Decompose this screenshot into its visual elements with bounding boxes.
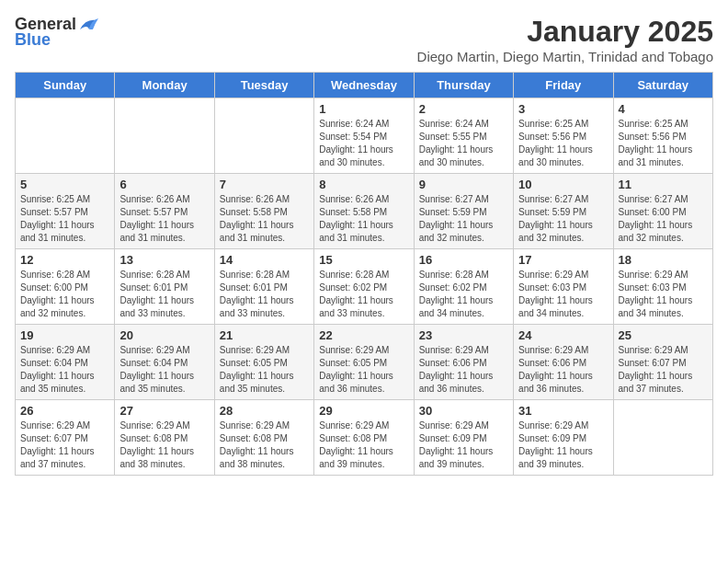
day-info: Sunrise: 6:29 AM Sunset: 6:08 PM Dayligh… [119, 419, 209, 471]
logo: General Blue [15, 15, 98, 50]
day-info: Sunrise: 6:29 AM Sunset: 6:03 PM Dayligh… [518, 269, 608, 320]
day-info: Sunrise: 6:24 AM Sunset: 5:54 PM Dayligh… [319, 118, 408, 169]
day-number: 26 [20, 404, 109, 418]
day-info: Sunrise: 6:28 AM Sunset: 6:01 PM Dayligh… [220, 269, 309, 320]
day-number: 24 [518, 328, 608, 342]
day-info: Sunrise: 6:26 AM Sunset: 5:57 PM Dayligh… [119, 193, 209, 245]
day-info: Sunrise: 6:29 AM Sunset: 6:05 PM Dayligh… [220, 344, 309, 396]
day-info: Sunrise: 6:29 AM Sunset: 6:05 PM Dayligh… [319, 344, 408, 396]
calendar-cell: 29Sunrise: 6:29 AM Sunset: 6:08 PM Dayli… [314, 400, 414, 476]
header-row: SundayMondayTuesdayWednesdayThursdayFrid… [16, 73, 713, 98]
day-header-saturday: Saturday [613, 73, 712, 98]
day-info: Sunrise: 6:25 AM Sunset: 5:56 PM Dayligh… [619, 118, 708, 169]
day-header-friday: Friday [514, 73, 613, 98]
calendar-cell: 2Sunrise: 6:24 AM Sunset: 5:55 PM Daylig… [414, 98, 513, 174]
day-number: 15 [319, 253, 408, 267]
week-row-5: 26Sunrise: 6:29 AM Sunset: 6:07 PM Dayli… [16, 400, 713, 476]
day-number: 6 [119, 178, 209, 191]
day-number: 10 [518, 178, 608, 191]
day-number: 16 [419, 253, 508, 267]
day-info: Sunrise: 6:29 AM Sunset: 6:04 PM Dayligh… [119, 344, 209, 396]
day-header-thursday: Thursday [414, 73, 513, 98]
calendar-cell [613, 400, 712, 476]
calendar-cell [16, 98, 115, 174]
day-header-sunday: Sunday [16, 73, 115, 98]
day-info: Sunrise: 6:26 AM Sunset: 5:58 PM Dayligh… [220, 193, 309, 245]
day-info: Sunrise: 6:29 AM Sunset: 6:07 PM Dayligh… [20, 419, 109, 471]
calendar-cell: 18Sunrise: 6:29 AM Sunset: 6:03 PM Dayli… [613, 249, 712, 325]
calendar-cell: 16Sunrise: 6:28 AM Sunset: 6:02 PM Dayli… [414, 249, 513, 325]
month-title: January 2025 [417, 15, 713, 49]
calendar-cell: 21Sunrise: 6:29 AM Sunset: 6:05 PM Dayli… [214, 325, 313, 400]
calendar-cell: 13Sunrise: 6:28 AM Sunset: 6:01 PM Dayli… [115, 249, 214, 325]
day-number: 28 [220, 404, 309, 418]
week-row-2: 5Sunrise: 6:25 AM Sunset: 5:57 PM Daylig… [16, 174, 713, 249]
day-number: 4 [619, 102, 708, 116]
day-info: Sunrise: 6:25 AM Sunset: 5:57 PM Dayligh… [20, 193, 109, 245]
day-number: 3 [518, 102, 608, 116]
calendar-cell: 4Sunrise: 6:25 AM Sunset: 5:56 PM Daylig… [613, 98, 712, 174]
week-row-3: 12Sunrise: 6:28 AM Sunset: 6:00 PM Dayli… [16, 249, 713, 325]
day-header-monday: Monday [115, 73, 214, 98]
calendar-cell: 26Sunrise: 6:29 AM Sunset: 6:07 PM Dayli… [16, 400, 115, 476]
location-title: Diego Martin, Diego Martin, Trinidad and… [417, 49, 713, 64]
title-area: January 2025 Diego Martin, Diego Martin,… [417, 15, 713, 64]
calendar-cell: 8Sunrise: 6:26 AM Sunset: 5:58 PM Daylig… [314, 174, 414, 249]
day-number: 9 [419, 178, 508, 191]
day-number: 18 [619, 253, 708, 267]
calendar-cell: 30Sunrise: 6:29 AM Sunset: 6:09 PM Dayli… [414, 400, 513, 476]
day-info: Sunrise: 6:29 AM Sunset: 6:08 PM Dayligh… [220, 419, 309, 471]
calendar-cell: 22Sunrise: 6:29 AM Sunset: 6:05 PM Dayli… [314, 325, 414, 400]
day-number: 14 [220, 253, 309, 267]
day-info: Sunrise: 6:24 AM Sunset: 5:55 PM Dayligh… [419, 118, 508, 169]
day-number: 22 [319, 328, 408, 342]
day-number: 17 [518, 253, 608, 267]
logo-blue: Blue [15, 30, 51, 50]
day-number: 19 [20, 328, 109, 342]
calendar-cell: 17Sunrise: 6:29 AM Sunset: 6:03 PM Dayli… [514, 249, 613, 325]
calendar-cell: 10Sunrise: 6:27 AM Sunset: 5:59 PM Dayli… [514, 174, 613, 249]
day-info: Sunrise: 6:25 AM Sunset: 5:56 PM Dayligh… [518, 118, 608, 169]
day-info: Sunrise: 6:28 AM Sunset: 6:01 PM Dayligh… [119, 269, 209, 320]
calendar-cell: 12Sunrise: 6:28 AM Sunset: 6:00 PM Dayli… [16, 249, 115, 325]
calendar-cell: 6Sunrise: 6:26 AM Sunset: 5:57 PM Daylig… [115, 174, 214, 249]
day-number: 7 [220, 178, 309, 191]
day-info: Sunrise: 6:27 AM Sunset: 6:00 PM Dayligh… [619, 193, 708, 245]
day-info: Sunrise: 6:29 AM Sunset: 6:06 PM Dayligh… [419, 344, 508, 396]
day-number: 5 [20, 178, 109, 191]
calendar-cell: 25Sunrise: 6:29 AM Sunset: 6:07 PM Dayli… [613, 325, 712, 400]
calendar-cell: 27Sunrise: 6:29 AM Sunset: 6:08 PM Dayli… [115, 400, 214, 476]
day-info: Sunrise: 6:29 AM Sunset: 6:09 PM Dayligh… [518, 419, 608, 471]
calendar-cell: 9Sunrise: 6:27 AM Sunset: 5:59 PM Daylig… [414, 174, 513, 249]
day-number: 2 [419, 102, 508, 116]
calendar-cell: 1Sunrise: 6:24 AM Sunset: 5:54 PM Daylig… [314, 98, 414, 174]
calendar-cell: 14Sunrise: 6:28 AM Sunset: 6:01 PM Dayli… [214, 249, 313, 325]
calendar-cell: 15Sunrise: 6:28 AM Sunset: 6:02 PM Dayli… [314, 249, 414, 325]
calendar-cell: 5Sunrise: 6:25 AM Sunset: 5:57 PM Daylig… [16, 174, 115, 249]
day-info: Sunrise: 6:27 AM Sunset: 5:59 PM Dayligh… [419, 193, 508, 245]
day-number: 29 [319, 404, 408, 418]
calendar-cell: 23Sunrise: 6:29 AM Sunset: 6:06 PM Dayli… [414, 325, 513, 400]
calendar-cell: 31Sunrise: 6:29 AM Sunset: 6:09 PM Dayli… [514, 400, 613, 476]
calendar-cell: 20Sunrise: 6:29 AM Sunset: 6:04 PM Dayli… [115, 325, 214, 400]
day-header-tuesday: Tuesday [214, 73, 313, 98]
day-number: 31 [518, 404, 608, 418]
day-info: Sunrise: 6:29 AM Sunset: 6:08 PM Dayligh… [319, 419, 408, 471]
day-info: Sunrise: 6:29 AM Sunset: 6:03 PM Dayligh… [619, 269, 708, 320]
day-info: Sunrise: 6:29 AM Sunset: 6:09 PM Dayligh… [419, 419, 508, 471]
day-number: 20 [119, 328, 209, 342]
calendar-cell: 3Sunrise: 6:25 AM Sunset: 5:56 PM Daylig… [514, 98, 613, 174]
calendar-cell: 11Sunrise: 6:27 AM Sunset: 6:00 PM Dayli… [613, 174, 712, 249]
calendar-table: SundayMondayTuesdayWednesdayThursdayFrid… [15, 72, 713, 476]
logo-bird-icon [78, 17, 98, 33]
day-info: Sunrise: 6:29 AM Sunset: 6:06 PM Dayligh… [518, 344, 608, 396]
day-number: 25 [619, 328, 708, 342]
day-number: 21 [220, 328, 309, 342]
day-info: Sunrise: 6:28 AM Sunset: 6:02 PM Dayligh… [319, 269, 408, 320]
day-info: Sunrise: 6:28 AM Sunset: 6:00 PM Dayligh… [20, 269, 109, 320]
day-number: 13 [119, 253, 209, 267]
week-row-4: 19Sunrise: 6:29 AM Sunset: 6:04 PM Dayli… [16, 325, 713, 400]
calendar-cell: 19Sunrise: 6:29 AM Sunset: 6:04 PM Dayli… [16, 325, 115, 400]
day-number: 11 [619, 178, 708, 191]
day-number: 1 [319, 102, 408, 116]
